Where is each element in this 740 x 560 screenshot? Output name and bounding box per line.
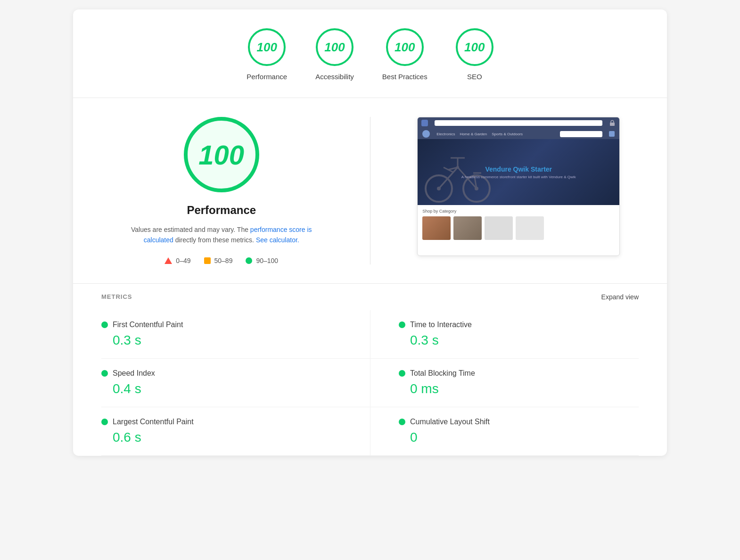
calculator-link[interactable]: See calculator.	[256, 236, 299, 244]
legend-item-orange: 50–89	[204, 257, 233, 264]
metric-name-row-cls: Cumulative Layout Shift	[399, 418, 639, 426]
metrics-section: METRICS Expand view First Contentful Pai…	[73, 283, 667, 456]
browser-chrome	[418, 117, 619, 129]
big-score-circle: 100	[184, 117, 259, 192]
score-label-seo: SEO	[467, 73, 482, 81]
metrics-grid: First Contentful Paint 0.3 s Time to Int…	[101, 310, 639, 456]
metric-value-si: 0.4 s	[101, 381, 342, 396]
svg-point-12	[456, 166, 459, 169]
metric-dot-cls	[399, 419, 405, 425]
hero-site-subtitle: A headless commerce storefront starter k…	[461, 175, 576, 179]
big-score-title: Performance	[187, 204, 256, 217]
metric-item-tbt: Total Blocking Time 0 ms	[370, 359, 639, 407]
score-item-seo: 100 SEO	[456, 28, 493, 81]
metric-dot-si	[101, 370, 108, 377]
red-triangle-icon	[164, 257, 172, 264]
metric-item-tti: Time to Interactive 0.3 s	[370, 310, 639, 359]
metric-name-cls: Cumulative Layout Shift	[410, 418, 490, 426]
metric-name-tti: Time to Interactive	[410, 321, 472, 329]
metric-name-row-tbt: Total Blocking Time	[399, 369, 639, 378]
category-title: Shop by Category	[422, 209, 615, 214]
metric-value-tti: 0.3 s	[399, 333, 639, 348]
metric-value-cls: 0	[399, 430, 639, 445]
metrics-section-title: METRICS	[101, 293, 132, 300]
description-prefix: Values are estimated and may vary. The	[131, 226, 250, 233]
legend-range-red: 0–49	[176, 257, 190, 264]
right-panel: Electronics Home & Garden Sports & Outdo…	[399, 117, 639, 256]
metric-value-tbt: 0 ms	[399, 381, 639, 396]
metric-value-fcp: 0.3 s	[101, 333, 342, 348]
metric-name-tbt: Total Blocking Time	[410, 369, 475, 378]
score-value-seo: 100	[464, 40, 485, 55]
legend-item-green: 90–100	[246, 257, 278, 264]
score-label-accessibility: Accessibility	[315, 73, 354, 81]
score-label-performance: Performance	[247, 73, 287, 81]
nav-search-bar	[560, 131, 602, 137]
metric-dot-lcp	[101, 419, 108, 425]
metric-item-si: Speed Index 0.4 s	[101, 359, 370, 407]
metric-name-row-fcp: First Contentful Paint	[101, 321, 342, 329]
site-screenshot: Electronics Home & Garden Sports & Outdo…	[417, 117, 620, 256]
scores-section: 100 Performance 100 Accessibility 100 Be…	[73, 9, 667, 98]
expand-view-button[interactable]: Expand view	[601, 293, 639, 301]
metric-name-row-lcp: Largest Contentful Paint	[101, 418, 342, 426]
nav-tabs: Electronics Home & Garden Sports & Outdo…	[436, 132, 523, 136]
metric-dot-fcp	[101, 321, 108, 328]
score-value-best-practices: 100	[395, 40, 415, 55]
metric-item-lcp: Largest Contentful Paint 0.6 s	[101, 407, 370, 456]
metric-name-si: Speed Index	[113, 369, 155, 378]
score-label-best-practices: Best Practices	[382, 73, 428, 81]
metric-value-lcp: 0.6 s	[101, 430, 342, 445]
score-circle-seo: 100	[456, 28, 493, 66]
big-score-value: 100	[198, 139, 244, 171]
site-content: Shop by Category	[418, 205, 619, 244]
metric-name-lcp: Largest Contentful Paint	[113, 418, 194, 426]
score-item-accessibility: 100 Accessibility	[315, 28, 354, 81]
svg-line-11	[444, 167, 453, 172]
nav-logo	[422, 130, 430, 138]
nav-cart-icon	[609, 131, 615, 137]
category-thumb-2	[453, 216, 482, 240]
main-content: 100 Performance Values are estimated and…	[73, 98, 667, 283]
address-bar	[435, 120, 602, 126]
green-circle-icon	[246, 257, 252, 264]
hero-text: Vendure Qwik Starter A headless commerce…	[461, 165, 576, 179]
vertical-divider	[370, 117, 370, 264]
metric-dot-tbt	[399, 370, 405, 377]
category-thumb-3	[485, 216, 513, 240]
metric-name-fcp: First Contentful Paint	[113, 321, 183, 329]
metric-name-row-tti: Time to Interactive	[399, 321, 639, 329]
category-thumb-1	[422, 216, 451, 240]
score-item-best-practices: 100 Best Practices	[382, 28, 428, 81]
browser-icon	[421, 120, 428, 126]
score-circle-performance: 100	[248, 28, 286, 66]
hero-site-name: Vendure Qwik Starter	[461, 165, 576, 173]
score-legend: 0–49 50–89 90–100	[164, 257, 278, 264]
nav-tab-home: Home & Garden	[460, 132, 487, 136]
metric-name-row-si: Speed Index	[101, 369, 342, 378]
metrics-header: METRICS Expand view	[101, 293, 639, 301]
orange-square-icon	[204, 257, 211, 264]
svg-line-7	[439, 167, 458, 189]
lock-icon	[609, 120, 616, 126]
category-thumbnails	[422, 216, 615, 240]
legend-range-orange: 50–89	[214, 257, 233, 264]
nav-tab-electronics: Electronics	[436, 132, 455, 136]
metric-dot-tti	[399, 321, 405, 328]
site-hero: Vendure Qwik Starter A headless commerce…	[418, 139, 619, 205]
score-circle-accessibility: 100	[316, 28, 354, 66]
metric-item-fcp: First Contentful Paint 0.3 s	[101, 310, 370, 359]
score-item-performance: 100 Performance	[247, 28, 287, 81]
category-thumb-4	[516, 216, 544, 240]
score-value-performance: 100	[257, 40, 277, 55]
description-middle: directly from these metrics.	[175, 236, 256, 244]
legend-range-green: 90–100	[256, 257, 278, 264]
left-panel: 100 Performance Values are estimated and…	[101, 117, 342, 264]
lighthouse-card: 100 Performance 100 Accessibility 100 Be…	[73, 9, 667, 456]
score-value-accessibility: 100	[324, 40, 345, 55]
metric-item-cls: Cumulative Layout Shift 0	[370, 407, 639, 456]
score-description: Values are estimated and may vary. The p…	[123, 224, 321, 246]
nav-tab-sports: Sports & Outdoors	[492, 132, 523, 136]
svg-rect-0	[610, 123, 615, 126]
site-nav: Electronics Home & Garden Sports & Outdo…	[418, 129, 619, 139]
